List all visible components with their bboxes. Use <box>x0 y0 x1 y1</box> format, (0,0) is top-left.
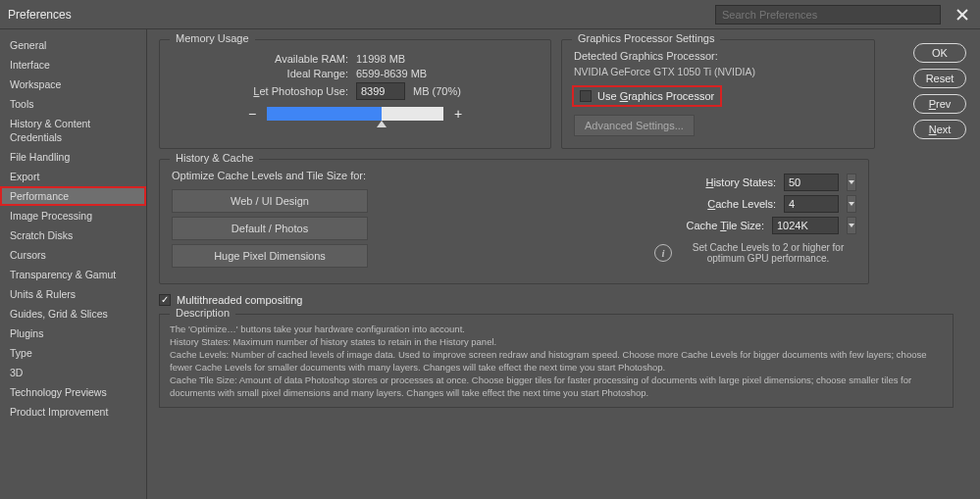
cache-tile-label: Cache Tile Size: <box>687 220 765 231</box>
sidebar-item-performance[interactable]: Performance <box>0 186 146 206</box>
optimize-label: Optimize Cache Levels and Tile Size for: <box>172 170 427 181</box>
sidebar-item-history-content-credentials[interactable]: History & Content Credentials <box>0 114 146 147</box>
multithread-label[interactable]: Multithreaded compositing <box>177 294 302 306</box>
sidebar-item-image-processing[interactable]: Image Processing <box>0 206 146 225</box>
close-icon <box>956 9 968 21</box>
close-button[interactable] <box>953 5 972 25</box>
detected-gpu-label: Detected Graphics Processor: <box>574 50 862 62</box>
chevron-down-icon <box>849 202 854 206</box>
slider-minus-button[interactable]: − <box>245 106 259 122</box>
sidebar-item-file-handling[interactable]: File Handling <box>0 147 146 167</box>
ideal-range-value: 6599-8639 MB <box>356 68 427 79</box>
cache-levels-label: Cache Levels: <box>707 198 776 210</box>
let-use-suffix: MB (70%) <box>413 85 461 97</box>
memory-slider[interactable] <box>267 107 443 121</box>
cache-tile-dropdown-button[interactable] <box>847 217 856 234</box>
description-legend: Description <box>170 307 235 319</box>
cache-levels-field[interactable]: 4 <box>784 195 839 213</box>
history-states-dropdown-button[interactable] <box>847 174 856 191</box>
sidebar-item-workspace[interactable]: Workspace <box>0 75 146 94</box>
cache-tile-field[interactable]: 1024K <box>772 217 839 234</box>
sidebar-item-units-rulers[interactable]: Units & Rulers <box>0 284 146 304</box>
available-ram-value: 11998 MB <box>356 53 405 65</box>
description-group: Description The 'Optimize…' buttons take… <box>159 314 954 408</box>
chevron-down-icon <box>849 224 854 227</box>
use-gpu-checkbox[interactable] <box>580 90 592 102</box>
sidebar-item-type[interactable]: Type <box>0 343 146 363</box>
use-gpu-label[interactable]: Use Graphics Processor <box>597 90 714 102</box>
history-states-field[interactable]: 50 <box>784 174 839 191</box>
advanced-settings-button[interactable]: Advanced Settings... <box>574 115 695 136</box>
sidebar-item-3d[interactable]: 3D <box>0 363 146 382</box>
history-cache-legend: History & Cache <box>170 152 259 164</box>
optimize-web-button[interactable]: Web / UI Design <box>172 189 368 213</box>
sidebar-item-scratch-disks[interactable]: Scratch Disks <box>0 225 146 245</box>
sidebar-item-interface[interactable]: Interface <box>0 55 146 75</box>
detected-gpu-value: NVIDIA GeForce GTX 1050 Ti (NVIDIA) <box>574 66 862 77</box>
reset-button[interactable]: Reset <box>913 69 966 88</box>
sidebar-item-product-improvement[interactable]: Product Improvement <box>0 402 146 422</box>
chevron-down-icon <box>849 180 854 184</box>
sidebar-item-transparency-gamut[interactable]: Transparency & Gamut <box>0 265 146 284</box>
sidebar-item-general[interactable]: General <box>0 35 146 55</box>
sidebar-item-technology-previews[interactable]: Technology Previews <box>0 382 146 402</box>
dialog-title: Preferences <box>8 8 72 22</box>
cache-info-text: Set Cache Levels to 2 or higher for opti… <box>680 242 856 264</box>
gpu-settings-group: Graphics Processor Settings Detected Gra… <box>561 39 875 149</box>
history-states-label: History States: <box>705 176 776 188</box>
memory-usage-group: Memory Usage Available RAM: 11998 MB Ide… <box>159 39 551 149</box>
slider-thumb-icon <box>377 121 387 127</box>
gpu-legend: Graphics Processor Settings <box>572 32 720 44</box>
prev-button[interactable]: Prev <box>913 94 966 114</box>
sidebar-item-tools[interactable]: Tools <box>0 94 146 114</box>
ideal-range-label: Ideal Range: <box>172 68 348 79</box>
sidebar-item-plugins[interactable]: Plugins <box>0 324 146 343</box>
next-button[interactable]: Next <box>913 120 966 139</box>
slider-plus-button[interactable]: + <box>451 106 465 122</box>
description-text: The 'Optimize…' buttons take your hardwa… <box>170 323 943 399</box>
let-use-label: Let Photoshop Use: <box>172 85 348 97</box>
history-cache-group: History & Cache Optimize Cache Levels an… <box>159 159 869 284</box>
use-gpu-highlight: Use Graphics Processor <box>574 87 720 105</box>
optimize-huge-button[interactable]: Huge Pixel Dimensions <box>172 244 368 268</box>
info-icon: i <box>654 244 672 262</box>
sidebar-item-export[interactable]: Export <box>0 167 146 186</box>
sidebar-item-guides-grid-slices[interactable]: Guides, Grid & Slices <box>0 304 146 324</box>
multithread-checkbox[interactable] <box>159 294 171 306</box>
ok-button[interactable]: OK <box>913 43 966 63</box>
optimize-default-button[interactable]: Default / Photos <box>172 217 368 240</box>
search-input[interactable] <box>715 5 941 25</box>
available-ram-label: Available RAM: <box>172 53 348 65</box>
memory-legend: Memory Usage <box>170 32 255 44</box>
sidebar-item-cursors[interactable]: Cursors <box>0 245 146 265</box>
let-use-input[interactable] <box>356 82 405 100</box>
cache-levels-dropdown-button[interactable] <box>847 195 856 213</box>
